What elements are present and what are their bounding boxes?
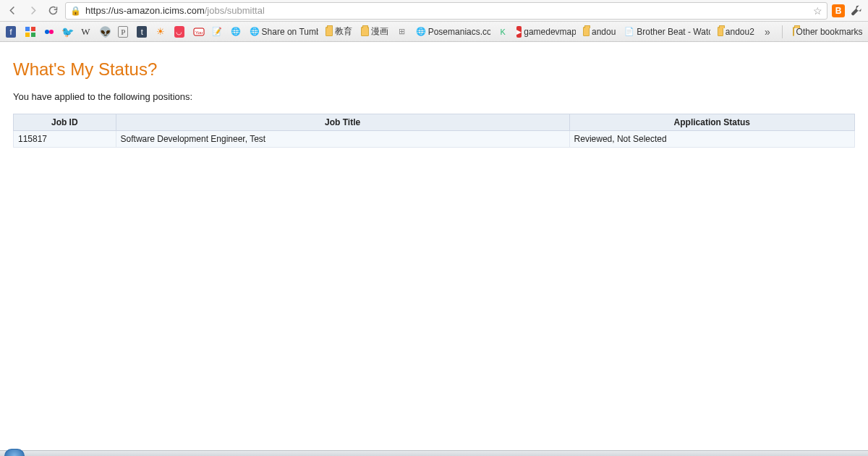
back-button[interactable] <box>4 3 20 19</box>
svg-rect-2 <box>25 33 30 37</box>
start-orb-icon[interactable] <box>4 449 25 456</box>
svg-point-4 <box>45 30 49 34</box>
folder-icon <box>326 27 333 36</box>
bookmark-item[interactable]: ☀ <box>154 25 167 39</box>
wikipedia-icon: W <box>81 26 91 38</box>
tumblr-share-icon: 🌐 <box>250 26 260 38</box>
cell-status: Reviewed, Not Selected <box>569 131 854 148</box>
windows-taskbar <box>0 450 868 456</box>
page-content: What's My Status? You have applied to th… <box>0 42 868 161</box>
col-job-id: Job ID <box>14 114 116 131</box>
bookmark-label: 教育 <box>335 25 352 38</box>
col-status: Application Status <box>569 114 854 131</box>
bookmarks-overflow-icon[interactable]: » <box>762 26 773 38</box>
folder-icon <box>718 27 723 36</box>
gamedev-icon: ▶ <box>516 26 522 38</box>
bookmark-label: Other bookmarks <box>796 27 863 37</box>
pinboard-icon: P <box>118 26 128 38</box>
url-text: https://us-amazon.icims.com/jobs/submitt… <box>85 5 809 16</box>
bookmark-folder[interactable]: 漫画 <box>359 24 389 39</box>
bookmark-item[interactable]: ▶gamedevmap <box>515 25 576 39</box>
bookmarks-bar: f 🐦 W 👽 P t ☀ ◡ You 📝 🌐 🌐Share on Tumblr… <box>0 22 868 42</box>
table-row: 115817 Software Development Engineer, Te… <box>14 131 855 148</box>
globe-icon: 🌐 <box>416 26 426 38</box>
col-job-title: Job Title <box>116 114 569 131</box>
bookmark-item[interactable]: ◡ <box>173 25 186 39</box>
grooveshark-icon: ☀ <box>156 26 166 38</box>
bookmark-folder[interactable]: andou2 <box>716 25 756 38</box>
settings-wrench-icon[interactable] <box>849 4 864 18</box>
bookmark-star-icon[interactable]: ☆ <box>813 5 822 17</box>
bookmark-item[interactable] <box>42 25 55 39</box>
bookmark-item[interactable]: K <box>496 25 509 39</box>
bookmark-label: gamedevmap <box>524 27 576 37</box>
bookmark-item[interactable]: You <box>192 25 205 39</box>
bookmark-item[interactable]: W <box>80 25 93 39</box>
pocket-icon: ◡ <box>174 26 184 38</box>
svg-rect-0 <box>25 27 30 31</box>
bookmark-label: 漫画 <box>371 25 388 38</box>
reddit-icon: 👽 <box>99 26 111 38</box>
cell-job-id: 115817 <box>14 131 116 148</box>
folder-icon <box>361 27 368 36</box>
bookmark-label: andou2 <box>726 27 754 37</box>
bookmark-item[interactable]: f <box>4 25 17 39</box>
bookmark-item[interactable]: 📝 <box>210 25 224 39</box>
bookmark-label: Share on Tumblr <box>262 27 319 37</box>
bookmark-item[interactable]: P <box>116 25 129 39</box>
folder-icon <box>583 27 590 36</box>
table-header-row: Job ID Job Title Application Status <box>14 114 855 131</box>
bookmark-item[interactable]: 📄Brother Beat - Watc... <box>623 25 710 39</box>
intro-text: You have applied to the following positi… <box>13 91 855 102</box>
blogger-icon[interactable]: B <box>832 4 845 17</box>
twitter-icon: 🐦 <box>62 26 74 38</box>
globe-icon: 🌐 <box>231 26 241 38</box>
bookmark-item[interactable]: 🌐 <box>229 25 242 39</box>
bookmark-item[interactable]: 🌐Posemaniacs.com <box>414 25 491 39</box>
svg-rect-3 <box>31 33 35 37</box>
note-icon: 📝 <box>212 26 222 38</box>
flickr-icon <box>43 26 55 38</box>
doc-icon: 📄 <box>624 26 634 38</box>
bookmark-item[interactable]: 👽 <box>98 25 111 39</box>
bookmark-item[interactable]: t <box>135 25 148 39</box>
svg-rect-1 <box>31 27 35 31</box>
separator <box>782 25 783 38</box>
reload-button[interactable] <box>45 3 61 19</box>
bookmark-folder[interactable]: andou <box>582 25 617 38</box>
address-bar[interactable]: 🔒 https://us-amazon.icims.com/jobs/submi… <box>65 2 827 20</box>
browser-toolbar: 🔒 https://us-amazon.icims.com/jobs/submi… <box>0 0 868 22</box>
cell-job-title: Software Development Engineer, Test <box>116 131 569 148</box>
bookmark-item[interactable] <box>23 25 36 39</box>
bookmark-item[interactable]: 🌐Share on Tumblr <box>248 25 319 39</box>
facebook-icon: f <box>6 26 16 38</box>
bookmark-folder[interactable]: 教育 <box>324 24 354 39</box>
page-title: What's My Status? <box>13 59 855 80</box>
bookmark-label: Posemaniacs.com <box>428 27 491 37</box>
svg-text:You: You <box>195 30 203 35</box>
svg-point-5 <box>49 30 54 34</box>
bookmark-item[interactable]: ⊞ <box>396 25 409 39</box>
k-icon: K <box>498 26 508 38</box>
bookmark-label: Brother Beat - Watc... <box>637 27 710 37</box>
tumblr-icon: t <box>137 26 147 38</box>
forward-button[interactable] <box>25 3 41 19</box>
status-table: Job ID Job Title Application Status 1158… <box>13 114 855 148</box>
folder-icon <box>793 27 794 36</box>
bookmark-label: andou <box>592 27 616 37</box>
google-icon <box>25 26 36 38</box>
browser-chrome: 🔒 https://us-amazon.icims.com/jobs/submi… <box>0 0 868 42</box>
lock-icon: 🔒 <box>70 6 81 16</box>
grid-icon: ⊞ <box>397 26 407 38</box>
bookmark-item[interactable]: 🐦 <box>61 25 74 39</box>
other-bookmarks-folder[interactable]: Other bookmarks <box>791 25 864 38</box>
youtube-icon: You <box>193 26 205 38</box>
